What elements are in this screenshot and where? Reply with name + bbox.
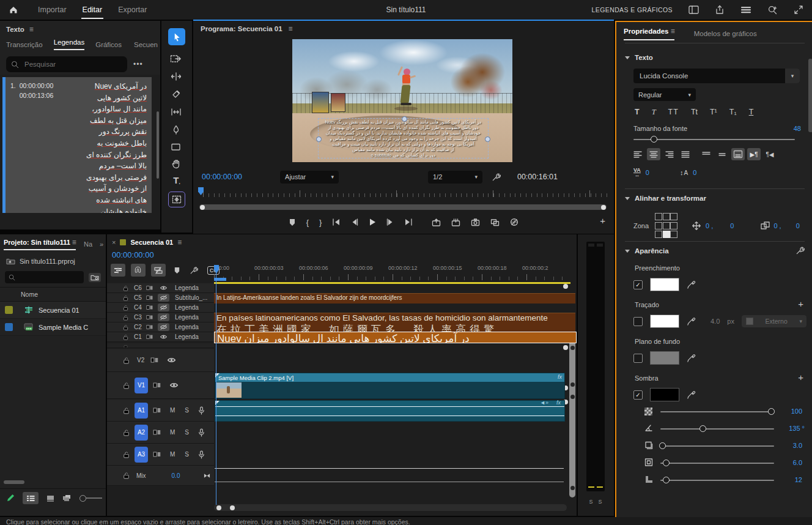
list-view-button[interactable]	[23, 492, 39, 504]
fill-color-swatch[interactable]	[650, 278, 679, 291]
leading-value[interactable]: 0	[693, 169, 696, 176]
zone-cell[interactable]	[663, 213, 670, 220]
slip-tool[interactable]	[171, 107, 183, 117]
zone-cell-active[interactable]	[663, 231, 670, 238]
track-name[interactable]: Legenda	[175, 333, 199, 340]
global-fx-mute-button[interactable]	[510, 218, 519, 226]
font-size-value[interactable]: 48	[794, 125, 801, 132]
faux-italic-button[interactable]: T	[652, 108, 656, 117]
lock-icon[interactable]	[123, 451, 130, 458]
caption-clip-c2[interactable]: 在拉丁美洲國家 如薩爾瓦多 殺人率高得驚	[214, 322, 575, 332]
mark-in-button[interactable]: {	[306, 218, 309, 227]
eyedropper-icon[interactable]	[687, 390, 696, 400]
section-align-transform[interactable]: Alinhar e transformar	[625, 195, 706, 202]
track-header-v1[interactable]: V1	[107, 372, 214, 399]
track-header-c3[interactable]: C3 Legenda	[107, 313, 214, 322]
lock-icon[interactable]	[123, 357, 130, 364]
track-source-icon[interactable]	[153, 382, 161, 389]
valign-bottom-button[interactable]	[731, 148, 745, 160]
go-to-in-button[interactable]	[332, 218, 341, 226]
mute-button[interactable]: M	[170, 429, 175, 436]
zone-cell[interactable]	[670, 222, 677, 229]
eyedropper-icon[interactable]	[687, 280, 696, 289]
tracking-value[interactable]: 0	[646, 169, 649, 176]
track-source-icon[interactable]	[153, 407, 161, 414]
superscript-button[interactable]: T¹	[710, 108, 717, 116]
track-name[interactable]: Legenda	[175, 285, 199, 291]
text-direction-ltr-button[interactable]: ▶¶	[747, 148, 761, 160]
track-visibility-eye-icon[interactable]	[160, 334, 168, 340]
tab-properties[interactable]: Propriedades ≡	[624, 27, 674, 40]
track-header-mix[interactable]: Mix 0.0	[107, 466, 214, 486]
solo-button[interactable]: S	[185, 451, 189, 458]
label-color-chip[interactable]	[5, 323, 13, 331]
play-button[interactable]	[369, 218, 376, 226]
caption-box-tool[interactable]	[168, 192, 185, 207]
resolution-select[interactable]: 1/2▾	[428, 171, 482, 184]
font-style-select[interactable]: Regular▾	[633, 88, 696, 101]
tab-media-browser[interactable]: Na	[84, 240, 92, 248]
source-patch-a1[interactable]: A1	[135, 403, 148, 419]
project-search-input[interactable]	[19, 273, 76, 281]
source-patch-a2[interactable]: A2	[135, 425, 148, 441]
label-color-chip[interactable]	[5, 306, 13, 314]
track-header-a3[interactable]: A3 M S	[107, 444, 214, 466]
track-header-c1[interactable]: C1 Legenda	[107, 332, 214, 342]
track-header-v2[interactable]: V2	[107, 349, 214, 372]
search-bin-icon[interactable]	[89, 273, 101, 282]
shadow-blur-knob[interactable]	[663, 477, 670, 483]
stroke-color-swatch[interactable]	[650, 315, 679, 328]
mic-icon[interactable]	[198, 406, 205, 415]
timeline-tab[interactable]: Secuencia 01	[130, 239, 173, 246]
panel-menu-icon[interactable]: ≡	[671, 27, 674, 35]
mix-level-value[interactable]: 0.0	[172, 472, 180, 479]
text-direction-rtl-button[interactable]: ¶◀	[763, 148, 777, 160]
razor-tool[interactable]	[171, 89, 182, 99]
shadow-color-swatch[interactable]	[650, 388, 679, 401]
button-editor-plus[interactable]: +	[600, 215, 605, 226]
mic-icon[interactable]	[198, 428, 205, 437]
track-visibility-eye-off-icon[interactable]	[158, 303, 169, 311]
clip-scroll-handle2[interactable]	[563, 345, 568, 350]
zone-cell[interactable]	[655, 222, 662, 229]
shadow-distance-value[interactable]: 3.0	[793, 442, 802, 449]
track-visibility-eye-off-icon[interactable]	[158, 323, 169, 331]
pen-tool[interactable]	[171, 125, 182, 135]
section-appearance[interactable]: Aparência	[625, 247, 669, 255]
add-marker-button[interactable]	[174, 267, 180, 274]
add-stroke-button[interactable]: +	[798, 299, 803, 309]
track-header-c2[interactable]: C2 Legenda	[107, 322, 214, 332]
project-breadcrumb[interactable]: Sin título111.prproj	[20, 258, 75, 265]
project-item-media[interactable]: Sample Media C	[0, 319, 106, 336]
search-input[interactable]	[23, 60, 105, 69]
mark-out-button[interactable]: }	[319, 218, 322, 227]
panel-layout-icon[interactable]	[688, 6, 699, 14]
lock-icon[interactable]	[123, 324, 128, 330]
track-header-c6[interactable]: C6 Legenda	[107, 283, 214, 293]
lock-icon[interactable]	[123, 472, 130, 479]
track-header-a1[interactable]: A1 M S	[107, 400, 214, 422]
position-y-value[interactable]: 0	[730, 222, 734, 229]
valign-top-button[interactable]	[699, 148, 713, 160]
tab-legendas[interactable]: Legendas	[54, 39, 85, 50]
shadow-size-value[interactable]: 6.0	[793, 459, 802, 466]
shadow-angle-knob[interactable]	[699, 425, 706, 432]
align-left-button[interactable]	[631, 148, 644, 160]
settings-wrench-icon[interactable]	[492, 173, 501, 182]
props-scrollbar[interactable]	[808, 59, 812, 132]
list-scrollbar[interactable]	[157, 111, 159, 179]
track-name[interactable]: Legenda	[175, 324, 199, 330]
align-justify-button[interactable]	[679, 148, 692, 160]
track-header-a2[interactable]: A2 M S	[107, 422, 214, 444]
handle-right[interactable]	[485, 136, 490, 142]
shadow-angle-slider[interactable]	[660, 428, 774, 430]
track-visibility-eye-icon[interactable]	[169, 382, 179, 389]
mute-button[interactable]: M	[170, 407, 175, 414]
rectangle-tool[interactable]	[171, 143, 183, 152]
fill-checkbox[interactable]: ✓	[633, 280, 643, 289]
lock-icon[interactable]	[123, 295, 128, 301]
position-x-value[interactable]: 0 ,	[706, 222, 713, 229]
lock-icon[interactable]	[123, 285, 128, 291]
panel-menu-icon[interactable]: ≡	[29, 25, 33, 34]
track-source-icon[interactable]	[146, 315, 153, 320]
